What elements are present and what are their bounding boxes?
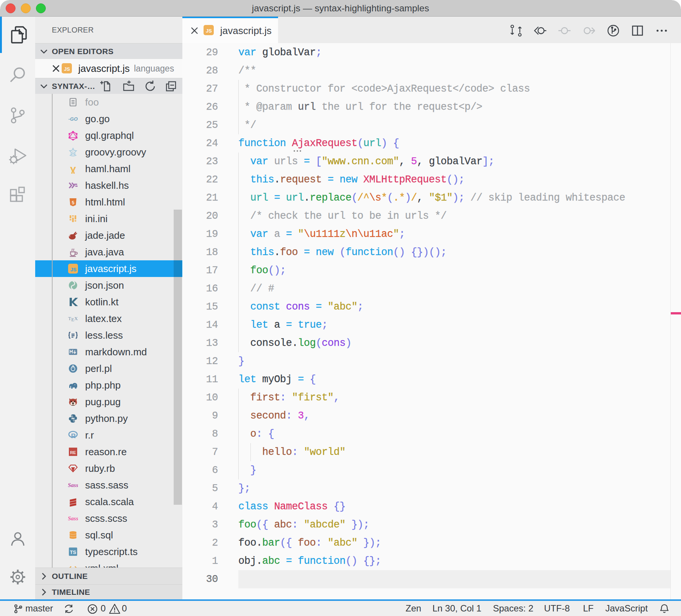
svg-text:JS: JS [70, 267, 76, 272]
svg-text:JS: JS [64, 66, 70, 72]
svg-text:R: R [71, 432, 76, 440]
svg-text:RE: RE [70, 450, 76, 455]
svg-text:ɣ: ɣ [70, 164, 76, 174]
svg-text:Sass: Sass [68, 482, 78, 488]
svg-text:-GO: -GO [68, 116, 78, 122]
svg-text:JS: JS [206, 28, 212, 34]
svg-text:5: 5 [72, 200, 74, 205]
svg-text:TEX: TEX [68, 316, 78, 322]
svg-text:Sass: Sass [68, 515, 78, 521]
svg-text:TS: TS [70, 549, 76, 555]
svg-text:G: G [72, 151, 74, 154]
